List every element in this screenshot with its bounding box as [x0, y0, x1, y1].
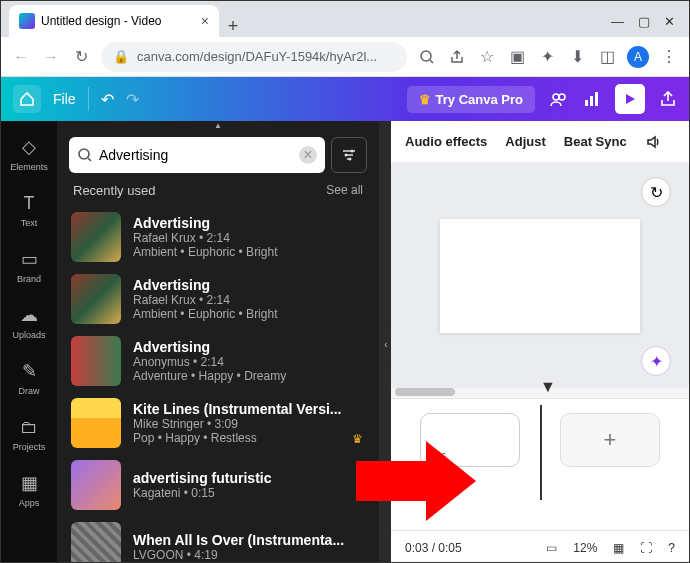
- grid-view-icon[interactable]: ▦: [613, 541, 624, 555]
- crown-icon: ♛: [419, 92, 431, 107]
- see-all-link[interactable]: See all: [326, 183, 363, 198]
- svg-line-8: [88, 158, 91, 161]
- clip-duration-label: 5.0s: [427, 450, 446, 461]
- results-list: Advertising Rafael Krux • 2:14 Ambient •…: [57, 206, 379, 563]
- redo-button[interactable]: ↷: [126, 90, 139, 109]
- status-bar: 0:03 / 0:05 ▭ 12% ▦ ⛶ ?: [391, 530, 689, 563]
- rail-uploads[interactable]: ☁Uploads: [4, 295, 54, 349]
- search-input[interactable]: [99, 147, 293, 163]
- svg-point-3: [559, 94, 565, 100]
- rail-text[interactable]: TText: [4, 183, 54, 237]
- close-tab-icon[interactable]: ×: [201, 13, 209, 29]
- rail-apps[interactable]: ▦Apps: [4, 463, 54, 517]
- svg-point-2: [553, 94, 559, 100]
- refresh-icon[interactable]: ↻: [641, 177, 671, 207]
- scroll-up-icon[interactable]: ▲: [57, 121, 379, 131]
- rail-projects[interactable]: 🗀Projects: [4, 407, 54, 461]
- list-item[interactable]: Advertising Rafael Krux • 2:14 Ambient •…: [57, 206, 379, 268]
- extension-icon-1[interactable]: ▣: [507, 47, 527, 67]
- canvas-area: Audio effects Adjust Beat Sync ↻ ✦ ▼ 5.0…: [391, 121, 689, 563]
- rail-brand[interactable]: ▭Brand: [4, 239, 54, 293]
- help-icon[interactable]: ?: [668, 541, 675, 555]
- share-button[interactable]: [659, 90, 677, 108]
- magic-icon[interactable]: ✦: [641, 346, 671, 376]
- analytics-icon[interactable]: [583, 90, 601, 108]
- fullscreen-icon[interactable]: ⛶: [640, 541, 652, 555]
- panel-divider: ‹: [379, 121, 391, 563]
- playhead[interactable]: [540, 405, 542, 500]
- extension-puzzle-icon[interactable]: ✦: [537, 47, 557, 67]
- canva-favicon: [19, 13, 35, 29]
- zoom-level[interactable]: 12%: [573, 541, 597, 555]
- svg-rect-6: [595, 92, 598, 106]
- divider: [88, 87, 89, 111]
- menu-icon[interactable]: ⋮: [659, 47, 679, 67]
- filter-button[interactable]: [331, 137, 367, 173]
- list-item[interactable]: Kite Lines (Instrumental Versi... Mike S…: [57, 392, 379, 454]
- svg-line-1: [430, 60, 433, 63]
- list-item[interactable]: Advertising Anonymus • 2:14 Adventure • …: [57, 330, 379, 392]
- home-button[interactable]: [13, 85, 41, 113]
- url-text: canva.com/design/DAFuY-1594k/hyAr2l...: [137, 49, 377, 64]
- brand-icon: ▭: [21, 248, 38, 270]
- collaborators-icon[interactable]: [549, 89, 569, 109]
- downloads-icon[interactable]: ⬇: [567, 47, 587, 67]
- tab-title: Untitled design - Video: [41, 14, 162, 28]
- audio-thumbnail: [71, 522, 121, 563]
- list-item[interactable]: advertising futuristic Kagateni • 0:15: [57, 454, 379, 516]
- audio-effects-button[interactable]: Audio effects: [405, 134, 487, 149]
- minimize-icon[interactable]: —: [611, 14, 624, 29]
- crown-icon: ♛: [352, 432, 363, 446]
- share-icon[interactable]: [447, 47, 467, 67]
- left-rail: ◇Elements TText ▭Brand ☁Uploads ✎Draw 🗀P…: [1, 121, 57, 563]
- maximize-icon[interactable]: ▢: [638, 14, 650, 29]
- audio-thumbnail: [71, 460, 121, 510]
- upload-icon: ☁: [20, 304, 38, 326]
- rail-draw[interactable]: ✎Draw: [4, 351, 54, 405]
- svg-rect-5: [590, 96, 593, 106]
- try-pro-button[interactable]: ♛ Try Canva Pro: [407, 86, 535, 113]
- svg-point-7: [79, 149, 89, 159]
- volume-icon[interactable]: [645, 133, 663, 151]
- forward-button[interactable]: →: [41, 47, 61, 67]
- clear-search-icon[interactable]: ×: [299, 146, 317, 164]
- pencil-icon: ✎: [22, 360, 37, 382]
- profile-avatar[interactable]: A: [627, 46, 649, 68]
- browser-tab[interactable]: Untitled design - Video ×: [9, 5, 219, 37]
- undo-button[interactable]: ↶: [101, 90, 114, 109]
- zoom-icon[interactable]: [417, 47, 437, 67]
- beat-sync-button[interactable]: Beat Sync: [564, 134, 627, 149]
- search-box[interactable]: ×: [69, 137, 325, 173]
- browser-titlebar: Untitled design - Video × + — ▢ ✕: [1, 1, 689, 37]
- sidepanel-icon[interactable]: ◫: [597, 47, 617, 67]
- audio-thumbnail: [71, 398, 121, 448]
- text-icon: T: [24, 193, 35, 214]
- list-item[interactable]: Advertising Rafael Krux • 2:14 Ambient •…: [57, 268, 379, 330]
- list-item[interactable]: When All Is Over (Instrumenta... LVGOON …: [57, 516, 379, 563]
- canvas-stage[interactable]: ↻ ✦ ▼: [391, 163, 689, 388]
- svg-point-0: [421, 51, 431, 61]
- adjust-button[interactable]: Adjust: [505, 134, 545, 149]
- audio-thumbnail: [71, 212, 121, 262]
- back-button[interactable]: ←: [11, 47, 31, 67]
- layout-icon[interactable]: ▭: [546, 541, 557, 555]
- file-menu[interactable]: File: [53, 91, 76, 107]
- canvas-toolbar: Audio effects Adjust Beat Sync: [391, 121, 689, 163]
- add-clip-button[interactable]: +: [560, 413, 660, 467]
- apps-icon: ▦: [21, 472, 38, 494]
- svg-rect-4: [585, 100, 588, 106]
- address-bar[interactable]: 🔒 canva.com/design/DAFuY-1594k/hyAr2l...: [101, 42, 407, 72]
- video-clip[interactable]: 5.0s: [420, 413, 520, 467]
- search-icon: [77, 147, 93, 163]
- bookmark-icon[interactable]: ☆: [477, 47, 497, 67]
- new-tab-button[interactable]: +: [219, 16, 247, 37]
- shapes-icon: ◇: [22, 136, 36, 158]
- svg-point-10: [345, 154, 348, 157]
- browser-toolbar: ← → ↻ 🔒 canva.com/design/DAFuY-1594k/hyA…: [1, 37, 689, 77]
- rail-elements[interactable]: ◇Elements: [4, 127, 54, 181]
- timeline: 5.0s + 5.0s ⋯: [391, 398, 689, 530]
- play-button[interactable]: [615, 84, 645, 114]
- close-window-icon[interactable]: ✕: [664, 14, 675, 29]
- video-frame[interactable]: [440, 219, 640, 333]
- reload-button[interactable]: ↻: [71, 47, 91, 67]
